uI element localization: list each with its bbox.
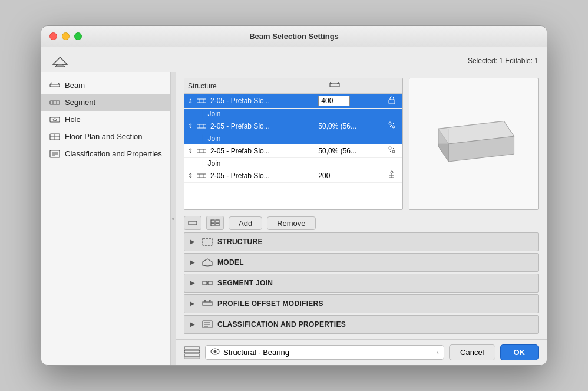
segment-icon <box>49 98 60 107</box>
row-value: 50,0% (56... <box>318 147 382 155</box>
svg-rect-52 <box>189 221 197 225</box>
add-button[interactable]: Add <box>229 216 262 230</box>
cancel-button[interactable]: Cancel <box>449 344 495 360</box>
header-bar: Selected: 1 Editable: 1 <box>41 47 547 72</box>
section-arrow-classification-props: ▶ <box>190 321 197 328</box>
sidebar-label-hole: Hole <box>65 115 81 124</box>
svg-point-37 <box>392 150 395 153</box>
sidebar-label-floor-plan: Floor Plan and Section <box>65 132 143 141</box>
table-row[interactable]: ⇕ 2-05 - Prefab Slo... 50,0% (56... <box>184 119 402 133</box>
resizer-indicator <box>172 218 174 220</box>
svg-line-38 <box>389 147 394 152</box>
row-value <box>318 96 382 106</box>
structure-section-icon <box>202 236 213 247</box>
sidebar-item-hole[interactable]: Hole <box>41 111 170 128</box>
maximize-button[interactable] <box>74 32 82 40</box>
sidebar: Beam Segment Hole Floor Plan and Section <box>41 72 171 365</box>
traffic-lights <box>49 32 82 40</box>
sidebar-label-beam: Beam <box>65 81 85 90</box>
row-value-input[interactable] <box>318 96 350 106</box>
row-label: ⇕ 2-05 - Prefab Slo... <box>188 122 316 130</box>
section-label-classification-props: CLASSIFICATION AND PROPERTIES <box>217 320 346 328</box>
svg-rect-60 <box>208 281 212 285</box>
model-section-icon <box>202 257 213 268</box>
column-header-structure: Structure <box>188 82 327 90</box>
section-arrow-structure: ▶ <box>190 238 197 245</box>
table-row[interactable]: ⇕ 2-05 - Prefab Slo... 200 <box>184 169 402 183</box>
header-icon <box>49 52 71 70</box>
section-label-structure: STRUCTURE <box>217 238 263 246</box>
profile-offset-icon <box>202 298 213 309</box>
section-model[interactable]: ▶ MODEL <box>184 253 539 272</box>
table-header: Structure <box>184 78 402 94</box>
segment-join-icon <box>202 278 213 288</box>
footer-dropdown-text: Structural - Bearing <box>223 348 437 357</box>
table-row-join[interactable]: │ Join <box>184 133 402 144</box>
section-arrow-model: ▶ <box>190 259 197 266</box>
section-segment-join[interactable]: ▶ SEGMENT JOIN <box>184 274 539 293</box>
svg-rect-26 <box>389 100 395 104</box>
svg-marker-51 <box>438 129 448 144</box>
row-label: ⇕ 2-05 - Prefab Slo... <box>188 147 316 155</box>
sidebar-item-floor-plan[interactable]: Floor Plan and Section <box>41 128 170 145</box>
remove-button[interactable]: Remove <box>267 216 315 230</box>
svg-rect-6 <box>50 101 60 104</box>
svg-rect-54 <box>216 220 219 223</box>
svg-rect-74 <box>184 356 200 359</box>
row-label: ⇕ 2-05 - Prefab Slo... <box>188 172 316 180</box>
eye-icon <box>210 348 220 357</box>
svg-marker-58 <box>203 259 212 266</box>
sidebar-label-segment: Segment <box>65 98 95 107</box>
svg-rect-53 <box>211 220 214 223</box>
view-icon-button-2[interactable] <box>206 216 224 230</box>
row-value: 200 <box>318 172 382 180</box>
footer-stack-icon <box>184 346 200 359</box>
minimize-button[interactable] <box>62 32 70 40</box>
svg-rect-62 <box>203 302 212 305</box>
sidebar-label-classification: Classification and Properties <box>65 149 162 158</box>
svg-rect-18 <box>330 83 339 87</box>
main-window: Beam Selection Settings Selected: 1 Edit… <box>41 25 547 366</box>
table-body: ⇕ 2-05 - Prefab Slo... <box>184 94 402 183</box>
classification-icon <box>49 150 60 158</box>
table-container: Structure ⇕ 2-05 - Prefab Slo... <box>184 78 403 210</box>
beam-preview <box>409 78 539 210</box>
ok-button[interactable]: OK <box>500 344 539 360</box>
sections-container: ▶ STRUCTURE ▶ MODEL ▶ <box>176 232 547 339</box>
svg-rect-57 <box>203 238 212 245</box>
section-profile-offset[interactable]: ▶ PROFILE OFFSET MODIFIERS <box>184 294 539 313</box>
table-row[interactable]: ⇕ 2-05 - Prefab Slo... 50,0% (56... <box>184 144 402 158</box>
top-area: Structure ⇕ 2-05 - Prefab Slo... <box>176 72 547 213</box>
lock-icon <box>385 96 399 106</box>
section-label-profile-offset: PROFILE OFFSET MODIFIERS <box>217 300 323 308</box>
chevron-right-icon: › <box>437 349 439 356</box>
section-classification-props[interactable]: ▶ CLASSIFICATION AND PROPERTIES <box>184 315 539 334</box>
section-structure[interactable]: ▶ STRUCTURE <box>184 232 539 251</box>
svg-rect-9 <box>50 117 60 122</box>
footer-dropdown[interactable]: Structural - Bearing › <box>205 345 444 360</box>
sidebar-item-beam[interactable]: Beam <box>41 77 170 94</box>
main-content: Beam Segment Hole Floor Plan and Section <box>41 72 547 365</box>
percent2-icon <box>385 146 399 156</box>
column-header-value <box>329 81 399 91</box>
close-button[interactable] <box>49 32 57 40</box>
svg-point-30 <box>389 122 391 124</box>
anchor-icon <box>385 170 399 180</box>
table-row[interactable]: ⇕ 2-05 - Prefab Slo... <box>184 94 402 109</box>
sidebar-resizer[interactable] <box>171 72 176 365</box>
sidebar-item-segment[interactable]: Segment <box>41 94 170 111</box>
section-label-segment-join: SEGMENT JOIN <box>217 279 273 287</box>
svg-rect-55 <box>211 224 214 226</box>
sidebar-item-classification[interactable]: Classification and Properties <box>41 145 170 162</box>
row-value: 50,0% (56... <box>318 122 382 130</box>
svg-point-42 <box>391 171 393 173</box>
svg-point-36 <box>389 147 391 149</box>
view-icon-button-1[interactable] <box>184 216 201 230</box>
table-row-join[interactable]: │ Join <box>184 109 402 119</box>
svg-rect-39 <box>197 174 206 178</box>
table-row-join[interactable]: │ Join <box>184 158 402 169</box>
svg-point-76 <box>214 350 217 353</box>
section-arrow-segment-join: ▶ <box>190 280 197 287</box>
floor-plan-icon <box>49 133 60 141</box>
titlebar: Beam Selection Settings <box>41 26 547 47</box>
